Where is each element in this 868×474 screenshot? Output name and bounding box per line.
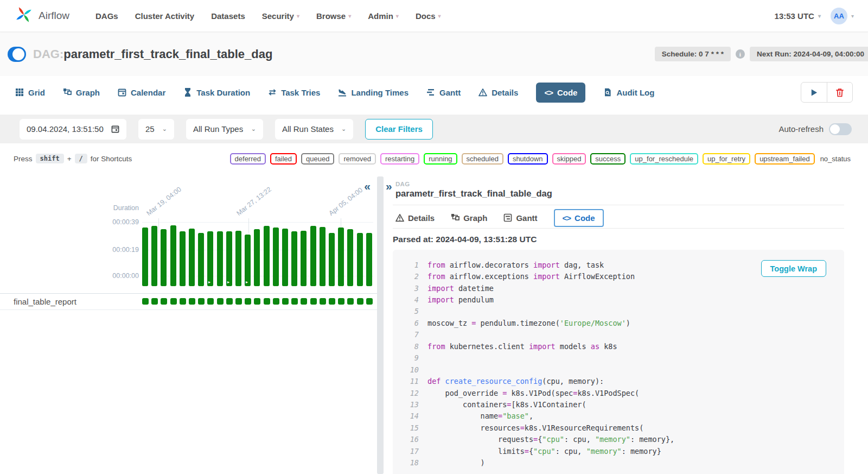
task-instance-square[interactable] [282,298,289,305]
task-instance-square[interactable] [226,298,233,305]
task-instance-square[interactable] [329,298,335,305]
dag-run-bar[interactable] [291,231,297,286]
detail-tab-details[interactable]: Details [395,213,435,223]
legend-queued[interactable]: queued [301,153,334,165]
task-instance-square[interactable] [217,298,224,305]
dag-run-bar[interactable] [161,229,167,286]
panel-resize-handle[interactable] [377,176,384,474]
dag-run-bar[interactable] [310,226,316,286]
tab-details[interactable]: Details [478,88,518,97]
run-states-select[interactable]: All Run States ⌄ [275,119,353,140]
base-date-input[interactable]: 09.04.2024, 13:51:50 [20,119,126,140]
task-instance-square[interactable] [180,298,186,305]
dag-run-bar[interactable] [142,227,148,286]
task-instance-square[interactable] [264,298,270,305]
legend-scheduled[interactable]: scheduled [462,153,503,165]
dag-run-bar[interactable] [254,229,260,286]
tab-graph[interactable]: Graph [63,88,100,97]
delete-dag-button[interactable] [827,83,852,102]
task-instance-square[interactable] [254,298,260,305]
dag-run-bar[interactable] [338,227,344,286]
task-instance-square[interactable] [366,298,373,305]
tab-code[interactable]: <>Code [536,83,585,103]
dag-run-bar[interactable] [329,233,335,286]
dag-run-bar[interactable]: ▸ [226,231,232,286]
expand-right-icon[interactable]: » [386,180,392,192]
dag-run-bar[interactable] [282,229,288,286]
dag-run-bar[interactable] [301,231,307,286]
dag-run-bar[interactable] [264,226,270,286]
task-instance-square[interactable] [189,298,195,305]
airflow-brand[interactable]: Airflow [14,5,69,27]
trigger-dag-button[interactable] [801,83,827,102]
dag-run-bar[interactable]: ▸ [245,235,251,286]
tab-calendar[interactable]: Calendar [118,88,165,97]
legend-shutdown[interactable]: shutdown [508,153,548,165]
nav-item-browse[interactable]: Browse▾ [316,11,351,21]
task-instance-square[interactable] [151,298,158,305]
dag-run-bar[interactable] [180,231,186,286]
page-size-select[interactable]: 25 ⌄ [138,119,174,140]
task-instance-square[interactable] [347,298,354,305]
nav-item-security[interactable]: Security▾ [262,11,299,21]
task-instance-square[interactable] [170,298,177,305]
legend-up_for_retry[interactable]: up_for_retry [703,153,750,165]
dag-run-bar[interactable] [170,225,176,286]
task-instance-square[interactable] [301,298,307,305]
dag-run-bar[interactable] [235,231,241,286]
run-types-select[interactable]: All Run Types ⌄ [186,119,263,140]
user-menu[interactable]: AA ▾ [831,8,854,24]
task-instance-square[interactable] [245,298,251,305]
nav-item-cluster-activity[interactable]: Cluster Activity [135,11,194,21]
dag-run-bar[interactable] [217,231,223,286]
auto-refresh-toggle[interactable] [829,123,852,135]
task-instance-square[interactable] [235,298,242,305]
legend-upstream_failed[interactable]: upstream_failed [755,153,815,165]
task-instance-square[interactable] [357,298,363,305]
legend-deferred[interactable]: deferred [230,153,266,165]
legend-removed[interactable]: removed [339,153,376,165]
task-instance-square[interactable] [198,298,205,305]
collapse-left-icon[interactable]: « [364,180,371,192]
nav-item-docs[interactable]: Docs▾ [416,11,441,21]
tab-task-duration[interactable]: Task Duration [183,88,250,97]
clock-dropdown[interactable]: 13:53 UTC ▾ [775,11,821,21]
legend-up_for_reschedule[interactable]: up_for_reschedule [630,153,698,165]
task-instance-square[interactable] [320,298,326,305]
tab-task-tries[interactable]: Task Tries [268,88,320,97]
task-instance-square[interactable] [338,298,344,305]
toggle-wrap-button[interactable]: Toggle Wrap [761,260,826,277]
legend-success[interactable]: success [590,153,626,165]
dag-run-bar[interactable] [320,227,326,286]
dag-run-bar[interactable] [273,227,279,286]
task-instance-square[interactable] [161,298,167,305]
tab-landing-times[interactable]: Landing Times [338,88,409,97]
clear-filters-button[interactable]: Clear Filters [365,119,433,140]
avatar[interactable]: AA [831,8,847,24]
dag-run-bar[interactable] [151,226,157,286]
task-instance-square[interactable] [310,298,317,305]
dag-pause-toggle[interactable] [8,47,26,62]
tab-gantt[interactable]: Gantt [426,88,461,97]
detail-tab-graph[interactable]: Graph [451,213,487,223]
dag-run-bar[interactable] [198,233,204,286]
dag-run-bar[interactable] [357,233,363,286]
legend-failed[interactable]: failed [270,153,297,165]
task-instance-square[interactable] [273,298,279,305]
detail-tab-code[interactable]: <>Code [554,209,604,227]
info-icon[interactable]: i [736,49,745,59]
legend-running[interactable]: running [424,153,457,165]
nav-item-admin[interactable]: Admin▾ [368,11,399,21]
task-instance-square[interactable] [207,298,214,305]
dag-run-bar[interactable]: ▸ [207,231,213,286]
task-instance-square[interactable] [291,298,298,305]
legend-restarting[interactable]: restarting [380,153,419,165]
task-name[interactable]: final_table_report [14,297,76,306]
legend-skipped[interactable]: skipped [552,153,586,165]
nav-item-dags[interactable]: DAGs [95,11,118,21]
task-instance-square[interactable] [142,298,149,305]
dag-run-bar[interactable] [347,229,353,286]
detail-tab-gantt[interactable]: Gantt [503,213,537,223]
tab-audit-log[interactable]: Audit Log [603,88,654,97]
dag-run-bar[interactable] [189,229,195,286]
